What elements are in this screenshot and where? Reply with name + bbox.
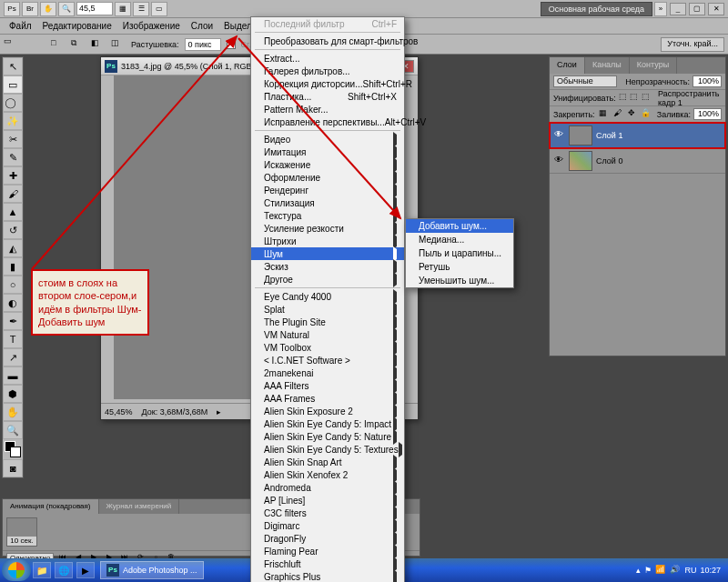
mi-plugin[interactable]: 2manekenai xyxy=(251,366,404,379)
layer-row-0[interactable]: 👁 Слой 0 xyxy=(550,148,725,174)
type-tool[interactable]: T xyxy=(3,330,23,348)
blur-tool[interactable]: ○ xyxy=(3,276,23,294)
move-tool[interactable]: ↖ xyxy=(3,57,23,75)
start-button[interactable] xyxy=(2,559,31,581)
menu-edit[interactable]: Редактирование xyxy=(37,19,117,33)
mi-plugin[interactable]: Graphics Plus xyxy=(251,570,404,582)
bridge-icon[interactable]: Br xyxy=(22,2,38,16)
zoom-value[interactable]: 45,5 xyxy=(76,2,113,15)
status-arrow-icon[interactable]: ▸ xyxy=(217,407,221,416)
lock-pixels-icon[interactable]: 🖌 xyxy=(612,108,623,120)
hand-icon[interactable]: ✋ xyxy=(40,2,56,16)
ql-explorer-icon[interactable]: 📁 xyxy=(33,562,51,578)
mi-plugin[interactable]: < I.C.NET Software > xyxy=(251,354,404,366)
maximize-button[interactable]: ▢ xyxy=(689,3,705,15)
mi-median[interactable]: Медиана... xyxy=(406,233,513,246)
frame-1[interactable]: 10 сек. xyxy=(6,517,37,547)
path-tool[interactable]: ↗ xyxy=(3,348,23,366)
mi-despeckle[interactable]: Ретушь xyxy=(406,260,513,274)
layer-thumbnail[interactable] xyxy=(569,125,592,146)
mi-add-noise[interactable]: Добавить шум... xyxy=(406,219,513,233)
mi-noise[interactable]: Шум xyxy=(251,247,404,260)
taskbar-app[interactable]: PsAdobe Photoshop ... xyxy=(100,561,204,579)
mi-plugin[interactable]: DragonFly xyxy=(251,532,404,545)
layer-name[interactable]: Слой 1 xyxy=(596,131,622,140)
tray-chevron-icon[interactable]: ▴ xyxy=(636,566,641,575)
mi-plugin[interactable]: Eye Candy 4000 xyxy=(251,290,404,303)
marquee-tool[interactable]: ▭ xyxy=(3,75,23,94)
mi-pattern[interactable]: Pattern Maker... xyxy=(251,103,404,115)
tray-volume-icon[interactable]: 🔊 xyxy=(670,565,681,576)
mi-dust[interactable]: Пыль и царапины... xyxy=(406,246,513,260)
workspace-switcher[interactable]: Основная рабочая среда xyxy=(541,2,652,16)
mi-plugin[interactable]: Alien Skin Eye Candy 5: Impact xyxy=(251,417,404,430)
marquee-add-icon[interactable]: ⧉ xyxy=(71,38,86,51)
color-swatches[interactable] xyxy=(3,439,23,459)
mi-convert-smart[interactable]: Преобразовать для смарт-фильтров xyxy=(251,35,404,47)
tab-paths[interactable]: Контуры xyxy=(630,57,677,74)
lasso-tool[interactable]: ⃝ xyxy=(3,94,23,112)
fill-input[interactable]: 100% xyxy=(693,108,722,120)
feather-input[interactable]: 0 пикс xyxy=(185,38,221,51)
ql-browser-icon[interactable]: 🌐 xyxy=(55,562,73,578)
tray-flag-icon[interactable]: ⚑ xyxy=(644,566,652,575)
tray-clock[interactable]: 10:27 xyxy=(700,566,721,575)
marquee-sub-icon[interactable]: ◧ xyxy=(91,38,106,51)
pen-tool[interactable]: ✒ xyxy=(3,312,23,330)
mi-style[interactable]: Оформление xyxy=(251,171,404,184)
stamp-tool[interactable]: ▲ xyxy=(3,203,23,221)
screen-mode-icon[interactable]: ▭ xyxy=(151,2,167,16)
mi-vanish[interactable]: Исправление перспективы...Alt+Ctrl+V xyxy=(251,115,404,128)
layer-name[interactable]: Слой 0 xyxy=(596,156,622,166)
tray-network-icon[interactable]: 📶 xyxy=(655,565,666,576)
minimize-button[interactable]: _ xyxy=(670,3,686,15)
mi-plugin[interactable]: Frischluft xyxy=(251,557,404,570)
mi-liquify[interactable]: Пластика...Shift+Ctrl+X xyxy=(251,90,404,103)
shape-tool[interactable]: ▬ xyxy=(3,366,23,385)
mi-plugin[interactable]: VM Toolbox xyxy=(251,341,404,354)
zoom-tool[interactable]: 🔍 xyxy=(3,421,23,439)
lock-pos-icon[interactable]: ✥ xyxy=(626,108,638,120)
unify-style-icon[interactable]: ⬚ xyxy=(642,92,650,104)
tab-measurement[interactable]: Журнал измерений xyxy=(99,499,180,514)
workspace-more-icon[interactable]: » xyxy=(654,2,667,16)
heal-tool[interactable]: ✚ xyxy=(3,166,23,185)
lock-all-icon[interactable]: 🔒 xyxy=(640,108,652,120)
frame-delay[interactable]: 10 сек. xyxy=(7,537,36,546)
gradient-tool[interactable]: ▮ xyxy=(3,257,23,276)
menu-file[interactable]: Файл xyxy=(4,19,37,33)
mi-plugin[interactable]: AAA Filters xyxy=(251,379,404,392)
tool-preset-icon[interactable]: ▭ xyxy=(4,36,22,53)
zoom-level[interactable]: 45,45% xyxy=(105,407,133,416)
layer-row-1[interactable]: 👁 Слой 1 xyxy=(550,123,725,148)
mi-plugin[interactable]: AAA Frames xyxy=(251,392,404,405)
mi-sketch[interactable]: Эскиз xyxy=(251,260,404,273)
mi-plugin[interactable]: AP [Lines] xyxy=(251,494,404,507)
visibility-icon[interactable]: 👁 xyxy=(552,129,565,142)
mi-plugin[interactable]: Alien Skin Xenofex 2 xyxy=(251,468,404,481)
hand-tool[interactable]: ✋ xyxy=(3,403,23,421)
marquee-new-icon[interactable]: □ xyxy=(51,38,66,51)
crop-tool[interactable]: ✂ xyxy=(3,130,23,148)
zoom-icon[interactable]: 🔍 xyxy=(58,2,75,16)
unify-visibility-icon[interactable]: ⬚ xyxy=(630,92,638,104)
history-brush-tool[interactable]: ↺ xyxy=(3,221,23,239)
mi-plugin[interactable]: Alien Skin Snap Art xyxy=(251,456,404,468)
mi-plugin[interactable]: Digimarc xyxy=(251,519,404,532)
blend-mode-select[interactable]: Обычные xyxy=(553,75,617,87)
mi-sharpen[interactable]: Усиление резкости xyxy=(251,222,404,235)
close-button[interactable]: ✕ xyxy=(708,3,724,15)
dodge-tool[interactable]: ◐ xyxy=(3,294,23,312)
tab-animation[interactable]: Анимация (покадровая) xyxy=(3,499,99,514)
tray-lang[interactable]: RU xyxy=(684,566,696,575)
mi-plugin[interactable]: C3C filters xyxy=(251,507,404,519)
mi-plugin[interactable]: Alien Skin Eye Candy 5: Textures xyxy=(251,443,404,456)
brush-tool[interactable]: 🖌 xyxy=(3,185,23,203)
mi-video[interactable]: Видео xyxy=(251,133,404,146)
eyedropper-tool[interactable]: ✎ xyxy=(3,148,23,166)
mi-last-filter[interactable]: Последний фильтрCtrl+F xyxy=(251,17,404,30)
3d-tool[interactable]: ⬢ xyxy=(3,385,23,403)
unify-position-icon[interactable]: ⬚ xyxy=(619,92,627,104)
mi-extract[interactable]: Extract... xyxy=(251,52,404,65)
marquee-int-icon[interactable]: ◫ xyxy=(111,38,126,51)
